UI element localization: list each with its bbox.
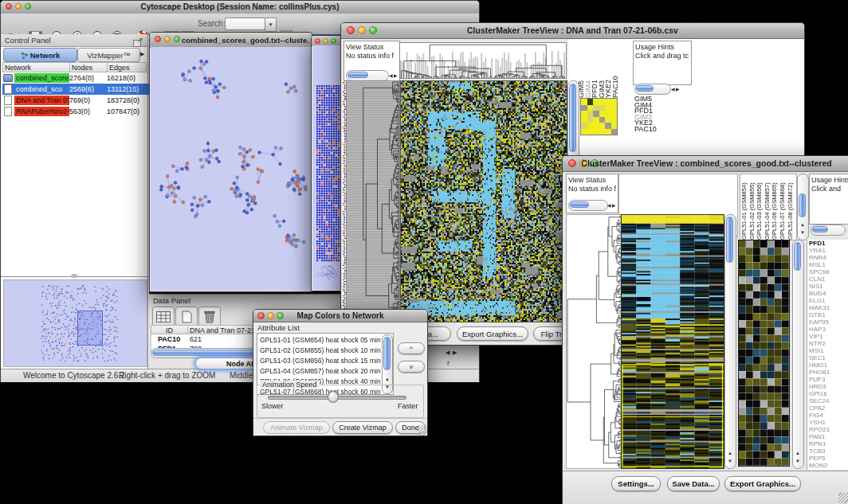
close-icon[interactable]	[155, 36, 161, 42]
status-hint-pan: Middle-	[230, 371, 256, 380]
attribute-list-item[interactable]: GPL51-03 (GSM856) heat shock 15 min	[260, 356, 379, 366]
global-heatmap[interactable]	[400, 80, 567, 322]
gene-label: HMG1	[809, 361, 848, 369]
zoom-window-icon[interactable]	[331, 38, 336, 44]
file-icon	[4, 96, 12, 105]
clipped-text-fragment: r	[447, 359, 450, 367]
zoom-gene-list: GIM5GIM4PFD1GIM3YKE2PAC10	[634, 96, 682, 135]
view-status-hscrollbar[interactable]	[346, 70, 389, 81]
column-label: GPL51-07 (GSM868)	[779, 174, 787, 240]
data-panel-scroll-left-icon[interactable]: ◀	[446, 350, 450, 355]
zoom-matrix-heatmap[interactable]	[580, 98, 618, 135]
matrix-cell	[593, 111, 599, 117]
global-heatmap[interactable]	[621, 214, 724, 469]
treeview2-title: ClusterMaker TreeView : combined_scores_…	[563, 158, 848, 168]
usage-hints-text: Click and drag tc	[634, 52, 691, 61]
view-status-hscrollbar[interactable]	[568, 200, 608, 211]
birdseye-view[interactable]	[3, 279, 147, 367]
resize-grip[interactable]	[417, 425, 427, 436]
view-status-panel: View Status No status info f ◀▶	[566, 174, 618, 213]
gene-label: CLN1	[809, 275, 848, 283]
matrix-cell	[581, 111, 587, 117]
matrix-cell	[593, 117, 599, 123]
window-controls[interactable]	[155, 36, 180, 42]
view-status-panel: View Status No status info f ◀▶	[344, 41, 400, 84]
animation-speed-label: Animation Speed	[260, 381, 320, 389]
gene-label: KAP95	[809, 318, 848, 326]
matrix-cell	[587, 117, 594, 123]
attribute-list-item[interactable]: GPL51-01 (GSM854) heat shock 05 min	[260, 335, 379, 346]
animation-speed-group	[257, 385, 424, 418]
gene-dendrogram[interactable]	[346, 80, 400, 322]
table-mode-button[interactable]	[152, 307, 175, 326]
minimize-icon[interactable]	[323, 38, 328, 44]
column-labels-vscrollbar[interactable]: ▲▼	[797, 174, 809, 240]
control-panel-header: Control Panel	[1, 34, 148, 47]
settings-button[interactable]: Settings...	[611, 476, 661, 491]
matrix-cell	[611, 105, 618, 111]
zoom-heatmap[interactable]	[738, 240, 790, 467]
network-canvas[interactable]	[151, 47, 311, 291]
matrix-cell	[599, 99, 606, 105]
column-label: GPL51-03 (GSM856)	[756, 174, 764, 240]
matrix-cell	[611, 111, 618, 117]
network-table-row[interactable]: RNAPuberNov2+ 563(0) 107847(0)	[2, 106, 150, 117]
zoom-column-labels: GIM5GIM4PFD1GIM3YKE2PAC10	[577, 47, 620, 98]
network-table-row[interactable]: DNA and Tran 07 769(0) 183728(0)	[2, 95, 150, 106]
animate-vizmap-button[interactable]: Animate Vizmap	[263, 421, 330, 434]
export-graphics-button[interactable]: Export Graphics...	[724, 476, 801, 491]
trash-icon	[204, 310, 215, 323]
gene-dendrogram[interactable]	[566, 214, 622, 469]
matrix-cell	[605, 123, 611, 129]
network-table-row[interactable]: combined_sco 2569(6) 13112(15)	[2, 84, 150, 95]
search-dropdown-button[interactable]: ▼	[265, 18, 277, 32]
file-icon	[4, 107, 12, 116]
column-labels: GPL51-01 (GSM854)GPL51-02 (GSM855)GPL51-…	[740, 174, 797, 240]
matrix-cell	[605, 117, 611, 123]
attribute-list-item[interactable]: GPL51-04 (GSM857) heat shock 20 min	[260, 366, 379, 377]
data-panel-scroll-right-icon[interactable]: ▶	[453, 350, 457, 355]
delete-attribute-button[interactable]	[198, 307, 221, 326]
move-up-button[interactable]: ^	[398, 342, 425, 354]
network-table-row[interactable]: combined_scores 2764(0) 16218(0)	[2, 72, 150, 84]
zoom-window-icon[interactable]	[174, 36, 180, 42]
resize-grip[interactable]	[838, 493, 848, 503]
animation-slider-thumb[interactable]	[328, 391, 339, 403]
gene-list-vscrollbar[interactable]: ▲▼	[792, 240, 804, 469]
main-titlebar[interactable]: Cytoscape Desktop (Session Name: collins…	[1, 1, 479, 14]
grid-network-canvas[interactable]	[312, 45, 344, 290]
gene-label: PUF3	[809, 376, 848, 383]
gene-label: NIS1	[809, 283, 848, 290]
matrix-cell	[611, 117, 618, 123]
new-attribute-button[interactable]	[175, 307, 198, 326]
matrix-cell	[611, 129, 618, 135]
usage-hints-hscrollbar[interactable]	[811, 225, 846, 236]
matrix-cell	[605, 105, 611, 111]
panel-divider-handle[interactable]	[71, 274, 77, 278]
tab-overflow-button[interactable]: ▶	[140, 48, 147, 61]
create-vizmap-button[interactable]: Create Vizmap	[332, 421, 393, 434]
save-data-button[interactable]: Save Data...	[667, 476, 720, 491]
gene-label: SEC1	[809, 354, 848, 361]
move-down-button[interactable]: v	[398, 361, 425, 373]
minimize-icon[interactable]	[164, 36, 171, 42]
matrix-cell	[605, 129, 611, 135]
matrix-cell	[587, 123, 594, 129]
control-panel-title: Control Panel	[5, 36, 51, 45]
usage-hints-hscrollbar[interactable]	[634, 84, 671, 95]
search-input[interactable]	[225, 18, 265, 30]
view-status-title: View Status	[344, 41, 399, 52]
matrix-cell	[599, 117, 606, 123]
heatmap-vscrollbar[interactable]: ▲▼	[724, 214, 736, 469]
export-graphics-button[interactable]: Export Graphics...	[457, 326, 528, 341]
tab-network[interactable]: Network	[3, 48, 77, 62]
table-icon	[156, 311, 171, 322]
close-icon[interactable]	[315, 38, 320, 44]
gene-label: PHO81	[809, 369, 848, 376]
gene-label: YSH1	[809, 419, 848, 426]
column-dendrogram[interactable]	[399, 42, 567, 79]
attribute-list-item[interactable]: GPL51-02 (GSM855) heat shock 10 min	[260, 346, 379, 356]
tab-vizmapper[interactable]: VizMapper™	[77, 48, 140, 62]
attribute-list-label: Attribute List	[257, 323, 300, 332]
matrix-cell	[587, 99, 594, 105]
